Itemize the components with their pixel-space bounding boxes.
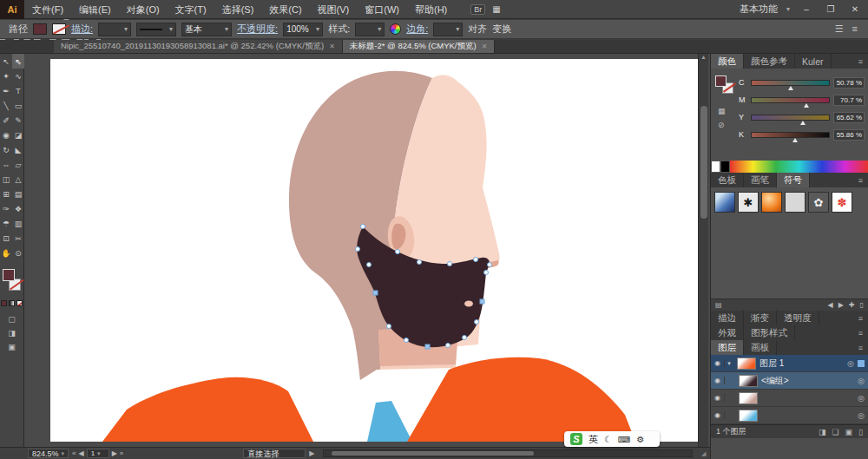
type-tool[interactable]: T [12, 83, 24, 98]
perspective-grid-tool[interactable]: △ [12, 172, 24, 187]
zoom-select[interactable]: 824.5% ▾ [28, 449, 69, 458]
artboard-tool[interactable]: ⊡ [0, 231, 12, 246]
tab-gradient[interactable]: 渐变 [744, 311, 777, 325]
eyedropper-tool[interactable]: ✑ [0, 201, 12, 216]
pen-tool[interactable]: ✒ [0, 83, 12, 98]
hand-tool[interactable]: ✋ [0, 246, 12, 260]
panel-menu-icon[interactable]: ≡ [858, 325, 868, 340]
minimize-button[interactable]: – [799, 4, 814, 14]
blend-tool[interactable]: ❖ [12, 201, 24, 216]
new-layer-icon[interactable]: ▣ [845, 428, 853, 436]
restore-button[interactable]: ❐ [823, 4, 838, 14]
layer-row-3[interactable]: ◉ ◎ [711, 390, 868, 407]
black-slider-thumb[interactable] [792, 138, 798, 142]
tab-close-icon[interactable]: ✕ [329, 43, 335, 50]
status-expand-icon[interactable]: ▶ [309, 449, 314, 457]
layer-thumbnail[interactable] [737, 357, 756, 370]
grid-swatch-icon[interactable]: ▦ [718, 107, 726, 115]
symbol-gradient-square[interactable] [714, 192, 735, 213]
vertical-scrollbar[interactable]: ▲ [698, 54, 708, 447]
direct-selection-tool[interactable]: ⇖ [12, 54, 24, 69]
visibility-eye-icon[interactable]: ◉ [711, 394, 725, 402]
yellow-slider[interactable] [751, 115, 830, 121]
rotate-tool[interactable]: ↻ [0, 142, 12, 157]
sogou-logo-icon[interactable]: S [570, 433, 582, 445]
layer-row-4[interactable]: ◉ ◎ [711, 407, 868, 424]
panel-menu-icon[interactable]: ≡ [858, 173, 868, 187]
yellow-slider-thumb[interactable] [800, 121, 806, 125]
delete-symbol-icon[interactable]: ▯ [860, 301, 864, 309]
cyan-slider[interactable] [751, 80, 830, 86]
symbol-library-icon[interactable]: ▤ [715, 301, 722, 309]
stroke-panel-link[interactable]: 描边: [71, 23, 93, 36]
document-tab-1[interactable]: Nipic_25510740_20191130193058913081.ai* … [54, 40, 343, 53]
tab-color[interactable]: 颜色 [711, 54, 744, 69]
prev-symbol-icon[interactable]: ◀ [828, 301, 833, 309]
align-button[interactable]: 对齐 [468, 23, 487, 36]
magenta-slider-thumb[interactable] [804, 103, 809, 108]
black-slider[interactable] [751, 132, 830, 138]
document-tab-2[interactable]: 未标题-2* @ 824.5% (CMYK/预览) ✕ [343, 40, 496, 53]
none-swatch-icon[interactable]: ⊘ [718, 121, 725, 129]
tab-swatches[interactable]: 色板 [711, 173, 744, 187]
opacity-link[interactable]: 不透明度: [237, 23, 278, 36]
tab-appearance[interactable]: 外观 [711, 325, 744, 340]
magic-wand-tool[interactable]: ✦ [0, 69, 12, 83]
moon-icon[interactable]: ☾ [604, 435, 612, 444]
layer-thumbnail[interactable] [739, 392, 758, 404]
tab-color-guide[interactable]: 颜色参考 [744, 54, 795, 69]
selection-tool[interactable]: ↖ [0, 54, 12, 69]
frame-input[interactable]: 1▾ [87, 449, 109, 458]
corner-select[interactable]: ▾ [433, 23, 463, 36]
arrange-documents-icon[interactable]: ▦ [492, 4, 500, 14]
magenta-value[interactable]: 70.7 % [833, 95, 865, 106]
menu-window[interactable]: 窗口(W) [357, 0, 407, 19]
tab-graphic-styles[interactable]: 图形样式 [744, 325, 795, 340]
canvas-area[interactable] [24, 54, 710, 447]
tab-transparency[interactable]: 透明度 [777, 311, 819, 325]
gradient-tool[interactable]: ▤ [12, 187, 24, 201]
style-select[interactable]: ▾ [355, 23, 385, 36]
new-sublayer-icon[interactable]: ❏ [832, 428, 838, 436]
eraser-tool[interactable]: ◪ [12, 128, 24, 142]
visibility-eye-icon[interactable]: ◉ [711, 377, 725, 384]
none-button[interactable] [16, 300, 23, 306]
tab-kuler[interactable]: Kuler [795, 54, 832, 69]
next-symbol-icon[interactable]: ▶ [838, 301, 844, 309]
target-icon[interactable]: ◎ [854, 394, 868, 403]
target-icon[interactable]: ◎ [854, 411, 868, 420]
menu-file[interactable]: 文件(F) [24, 0, 71, 19]
panel-fill-stroke-indicator[interactable] [715, 75, 738, 98]
control-panel-menu-icon[interactable]: ≡ [852, 23, 858, 35]
white-swatch[interactable] [711, 161, 720, 173]
panel-menu-icon[interactable]: ≡ [858, 340, 868, 355]
visibility-eye-icon[interactable]: ◉ [711, 359, 725, 367]
shape-builder-tool[interactable]: ◫ [0, 172, 12, 187]
tab-layers[interactable]: 图层 [711, 340, 744, 355]
artboard-svg[interactable] [24, 54, 710, 447]
first-frame-icon[interactable]: « [72, 449, 76, 457]
scale-tool[interactable]: ◣ [12, 142, 24, 157]
target-icon[interactable]: ◎ [854, 377, 868, 385]
expand-icon[interactable]: ▾ [725, 360, 733, 367]
opacity-input[interactable]: 100%▾ [283, 23, 323, 36]
ime-toolbar[interactable]: S 英 ☾ ⌨ ⚙ [564, 431, 660, 447]
symbol-blank-swatch[interactable] [785, 192, 806, 213]
layer-thumbnail[interactable] [739, 375, 758, 387]
fill-color-swatch[interactable] [33, 23, 47, 35]
workspace-switcher[interactable]: 基本功能 [740, 3, 778, 16]
delete-layer-icon[interactable]: ▯ [858, 428, 863, 436]
cyan-slider-thumb[interactable] [788, 86, 793, 90]
width-tool[interactable]: ⇔ [0, 157, 12, 172]
scroll-up-icon[interactable]: ▲ [700, 54, 707, 60]
symbol-flower-outline[interactable]: ✿ [808, 192, 829, 213]
prev-frame-icon[interactable]: ◀ [79, 449, 84, 457]
cyan-value[interactable]: 50.78 % [833, 77, 865, 89]
layer-name[interactable]: 图层 1 [760, 357, 844, 370]
resize-grip-icon[interactable]: ◢ [701, 450, 710, 457]
next-frame-icon[interactable]: ▶ [112, 449, 117, 457]
new-symbol-icon[interactable]: ✚ [849, 301, 855, 309]
magenta-slider[interactable] [751, 97, 830, 103]
close-button[interactable]: ✕ [847, 4, 863, 14]
lasso-tool[interactable]: ∿ [12, 69, 24, 83]
